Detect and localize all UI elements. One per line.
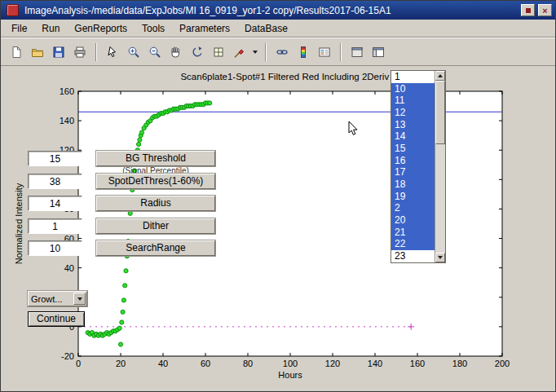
insert-colorbar-icon [297,46,310,59]
titlebar-buttons: × [521,4,552,16]
scroll-down-icon[interactable] [435,253,445,262]
save-figure-button[interactable] [49,42,68,62]
app-window: ImageAnalysis-/media/data/ExpJobs/MI 16_… [0,0,556,392]
zoom-in-button[interactable] [124,42,143,62]
insert-colorbar-button[interactable] [293,42,313,62]
growth-popup[interactable]: Growt... [28,291,87,306]
menu-item-genreports[interactable]: GenReports [67,21,135,36]
dropdown-items: 110111213141516171819220212223 [391,71,435,262]
x-tick-label: 0 [76,359,81,368]
app-icon [7,4,19,16]
y-tick-label: -20 [61,351,74,361]
x-tick-label: 80 [243,359,253,368]
menu-item-parameters[interactable]: Parameters [172,21,237,36]
dropdown-item-10[interactable]: 10 [391,83,435,95]
search-range-button[interactable]: SearchRange [96,240,215,256]
dropdown-item-14[interactable]: 14 [391,130,435,143]
x-tick-label: 100 [283,359,298,368]
plot-canvas[interactable]: 020406080100120140160180200-200204060801… [1,67,556,392]
open-file-icon [31,46,44,59]
insert-legend-button[interactable] [315,42,334,62]
dropdown-item-1[interactable]: 1 [391,71,435,83]
show-plot-tools-icon [372,46,385,59]
save-figure-icon [52,46,65,59]
link-plot-icon [276,46,289,59]
x-tick-label: 140 [368,359,382,368]
dropdown-item-22[interactable]: 22 [391,238,435,250]
print-figure-button[interactable] [70,42,90,62]
dropdown-item-2[interactable]: 2 [391,202,435,214]
open-file-button[interactable] [28,42,47,62]
dropdown-item-19[interactable]: 19 [391,191,435,203]
spot-det-thres-button[interactable]: SpotDetThres(1-60%) [96,174,215,189]
close-button[interactable]: × [538,4,552,16]
bg-threshold-input[interactable] [28,151,82,166]
hide-plot-tools-button[interactable] [347,42,367,62]
x-tick-label: 20 [116,359,126,368]
x-tick-label: 40 [158,359,168,368]
dither-input[interactable] [28,218,82,234]
brush-data-icon [233,46,246,59]
toolbar-separator [95,43,97,61]
data-cursor-icon [212,46,225,59]
data-cursor-button[interactable] [209,42,228,62]
pan-button[interactable] [166,42,186,62]
scrollbar-thumb[interactable] [435,81,445,144]
bg-threshold-button[interactable]: BG Threshold [96,151,215,166]
x-tick-label: 120 [325,359,340,368]
minimize-button[interactable] [521,4,535,16]
new-figure-button[interactable] [7,42,26,62]
continue-button[interactable]: Continue [28,311,85,327]
dropdown-item-17[interactable]: 17 [391,166,435,178]
number-dropdown-list: 110111213141516171819220212223 [391,70,446,263]
show-plot-tools-button[interactable] [368,42,388,62]
dither-button[interactable]: Dither [96,218,215,234]
bg-threshold-note: (Signal Percentile) [96,166,215,173]
dropdown-item-18[interactable]: 18 [391,178,435,191]
link-plot-button[interactable] [272,42,292,62]
zoom-out-button[interactable] [145,42,165,62]
search-range-input[interactable] [28,240,82,256]
dropdown-item-23[interactable]: 23 [391,250,435,262]
dropdown-item-11[interactable]: 11 [391,95,435,107]
growth-popup-value: Growt... [29,294,73,304]
dropdown-item-20[interactable]: 20 [391,214,435,227]
chevron-down-icon[interactable] [73,293,86,305]
window-title: ImageAnalysis-/media/data/ExpJobs/MI 16_… [24,5,518,16]
y-tick-label: 40 [64,263,74,273]
brush-data-button[interactable] [230,42,249,62]
print-figure-icon [73,46,86,59]
titlebar[interactable]: ImageAnalysis-/media/data/ExpJobs/MI 16_… [1,1,555,20]
radius-button[interactable]: Radius [96,196,215,211]
x-tick-label: 200 [495,359,510,368]
menu-item-run[interactable]: Run [34,21,67,36]
dropdown-item-21[interactable]: 21 [391,227,435,239]
menu-item-tools[interactable]: Tools [135,21,172,36]
menubar: FileRunGenReportsToolsParametersDataBase [1,20,555,37]
spot-det-thres-input[interactable] [28,174,82,189]
plot-title: Scan6plate1-Spot#1 Filtered Red Includin… [180,72,399,81]
toolbar [1,38,555,66]
dropdown-item-13[interactable]: 13 [391,119,435,131]
x-axis-label: Hours [278,370,302,380]
x-tick-label: 60 [201,359,210,368]
figure-area: 020406080100120140160180200-200204060801… [1,67,555,391]
dropdown-item-15[interactable]: 15 [391,143,435,155]
zoom-in-icon [127,46,140,59]
zoom-out-icon [148,46,161,59]
mouse-cursor [348,121,360,137]
menu-item-database[interactable]: DataBase [237,21,295,36]
dropdown-scrollbar[interactable] [435,71,445,262]
pan-icon [170,46,183,59]
brush-dropdown-arrow[interactable] [250,42,259,62]
hide-plot-tools-icon [351,46,364,59]
rotate-3d-button[interactable] [188,42,207,62]
scroll-up-icon[interactable] [435,71,445,81]
insert-legend-icon [318,46,331,59]
menu-item-file[interactable]: File [4,21,34,36]
radius-input[interactable] [28,196,82,211]
dropdown-item-16[interactable]: 16 [391,155,435,167]
dropdown-item-12[interactable]: 12 [391,107,435,119]
x-tick-label: 160 [410,359,425,368]
edit-plot-button[interactable] [103,42,122,62]
